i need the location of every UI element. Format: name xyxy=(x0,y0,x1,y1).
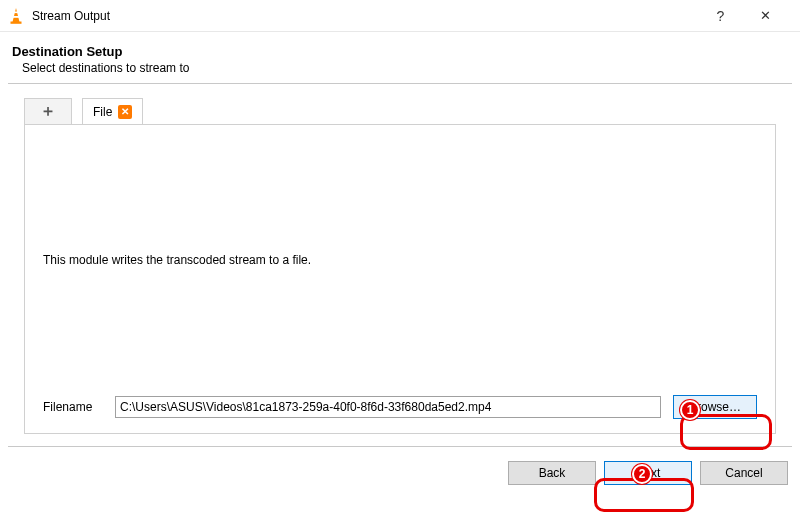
vlc-cone-icon xyxy=(8,7,24,25)
filename-row: Filename Browse… xyxy=(43,395,757,419)
destination-tabs: ＋ File ✕ xyxy=(0,84,800,124)
back-button[interactable]: Back xyxy=(508,461,596,485)
panel-description: This module writes the transcoded stream… xyxy=(43,253,757,267)
filename-input[interactable] xyxy=(115,396,661,418)
svg-rect-3 xyxy=(11,21,22,23)
svg-rect-2 xyxy=(13,16,20,18)
page-title: Destination Setup xyxy=(12,44,788,59)
browse-button[interactable]: Browse… xyxy=(673,395,757,419)
titlebar: Stream Output ? ✕ xyxy=(0,0,800,32)
plus-icon: ＋ xyxy=(40,101,56,122)
file-destination-panel: This module writes the transcoded stream… xyxy=(24,124,776,434)
filename-label: Filename xyxy=(43,400,103,414)
cancel-button[interactable]: Cancel xyxy=(700,461,788,485)
window-title: Stream Output xyxy=(32,9,698,23)
page-subtitle: Select destinations to stream to xyxy=(22,61,788,75)
next-button[interactable]: Next xyxy=(604,461,692,485)
add-destination-tab[interactable]: ＋ xyxy=(24,98,72,124)
window-close-button[interactable]: ✕ xyxy=(743,0,788,32)
svg-rect-1 xyxy=(13,11,19,13)
help-button[interactable]: ? xyxy=(698,0,743,32)
svg-marker-0 xyxy=(13,8,20,22)
tab-file-close-icon[interactable]: ✕ xyxy=(118,105,132,119)
tab-file[interactable]: File ✕ xyxy=(82,98,143,124)
wizard-header: Destination Setup Select destinations to… xyxy=(0,32,800,83)
wizard-footer: Back Next Cancel xyxy=(0,447,800,499)
tab-file-label: File xyxy=(93,105,112,119)
